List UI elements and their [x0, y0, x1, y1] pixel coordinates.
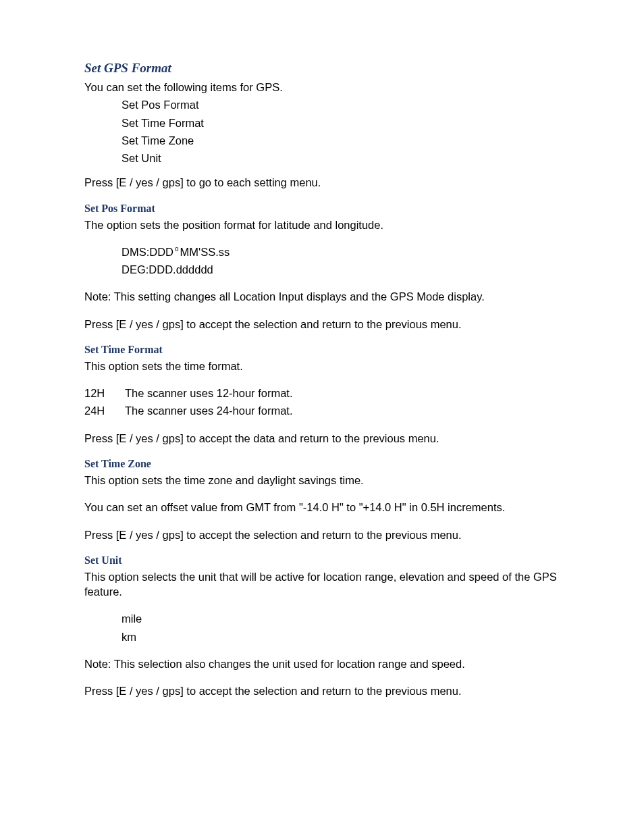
intro-item: Set Pos Format	[84, 97, 560, 112]
pos-dms-post: MM'SS.ss	[180, 246, 230, 258]
unit-km: km	[84, 629, 560, 644]
intro-press: Press [E / yes / gps] to go to each sett…	[84, 175, 560, 190]
pos-press: Press [E / yes / gps] to accept the sele…	[84, 317, 560, 332]
zone-offset: You can set an offset value from GMT fro…	[84, 500, 560, 515]
subheading-zone: Set Time Zone	[84, 458, 560, 470]
subheading-pos: Set Pos Format	[84, 203, 560, 215]
time-press: Press [E / yes / gps] to accept the data…	[84, 431, 560, 446]
time-val: The scanner uses 24-hour format.	[125, 403, 293, 418]
pos-note: Note: This setting changes all Location …	[84, 289, 560, 304]
time-val: The scanner uses 12-hour format.	[125, 386, 293, 400]
zone-press: Press [E / yes / gps] to accept the sele…	[84, 527, 560, 542]
unit-press: Press [E / yes / gps] to accept the sele…	[84, 683, 560, 698]
time-row-24: 24H The scanner uses 24-hour format.	[84, 403, 560, 418]
subheading-time: Set Time Format	[84, 344, 560, 356]
intro-block: You can set the following items for GPS.…	[84, 80, 560, 165]
time-desc: This option sets the time format.	[84, 359, 560, 373]
intro-item: Set Unit	[84, 151, 560, 165]
unit-list: mile km	[84, 611, 560, 644]
intro-item: Set Time Zone	[84, 133, 560, 148]
document-page: Set GPS Format You can set the following…	[0, 0, 644, 698]
unit-desc: This option selects the unit that will b…	[84, 569, 560, 600]
subheading-unit: Set Unit	[84, 554, 560, 567]
time-row-12: 12H The scanner uses 12-hour format.	[84, 386, 560, 400]
pos-dms-pre: DMS:DDD	[122, 246, 173, 258]
pos-formats: DMS:DDDoMM'SS.ss DEG:DDD.dddddd	[84, 244, 560, 278]
pos-dms-degree: o	[173, 245, 180, 253]
unit-mile: mile	[84, 611, 560, 626]
time-key: 12H	[84, 386, 125, 400]
pos-dms: DMS:DDDoMM'SS.ss	[84, 244, 560, 259]
time-rows: 12H The scanner uses 12-hour format. 24H…	[84, 386, 560, 419]
intro-lead: You can set the following items for GPS.	[84, 80, 560, 95]
time-key: 24H	[84, 403, 125, 418]
intro-item: Set Time Format	[84, 115, 560, 130]
pos-desc: The option sets the position format for …	[84, 217, 560, 232]
section-title: Set GPS Format	[84, 61, 560, 76]
zone-desc: This option sets the time zone and dayli…	[84, 473, 560, 488]
unit-note: Note: This selection also changes the un…	[84, 656, 560, 671]
pos-deg: DEG:DDD.dddddd	[84, 262, 560, 277]
